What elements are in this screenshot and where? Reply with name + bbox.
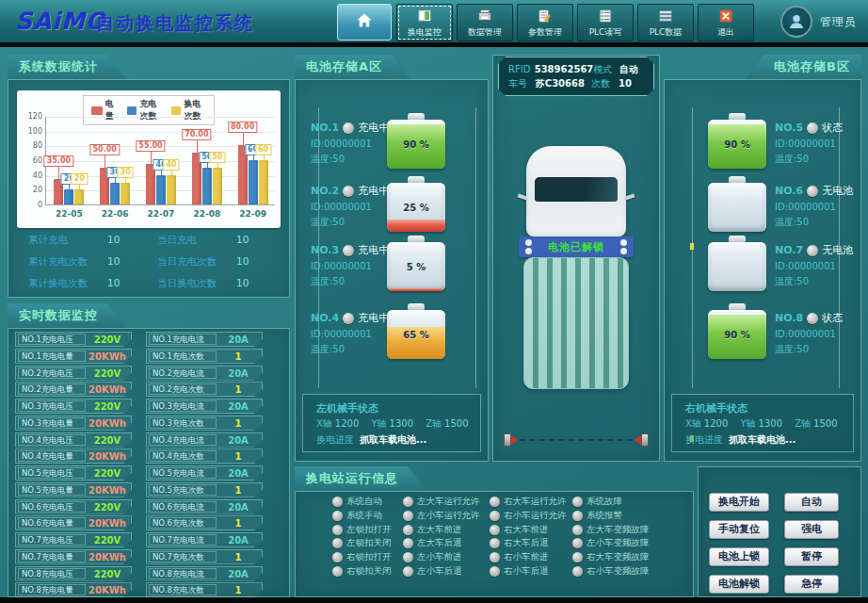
indicator-dot <box>403 538 413 548</box>
bar-label-leader <box>243 133 244 145</box>
param-manage-icon <box>537 7 554 25</box>
data-cell-value: 20KWh <box>88 552 127 562</box>
data-cell-value: 220V <box>88 468 127 479</box>
nav-plc-readwrite[interactable]: PLC读写 <box>577 4 634 41</box>
data-cell-label: NO.4充电电量 <box>18 450 86 462</box>
user-account[interactable]: 管理员 <box>780 6 857 38</box>
data-cell: NO.7充电电压220V <box>15 532 132 547</box>
indicator-dot <box>403 497 413 507</box>
battery-id: ID:00000001 <box>311 329 389 339</box>
data-cell: NO.4充电电压220V <box>15 432 132 448</box>
battery-info-line: NO.8状态 <box>775 311 843 325</box>
battery-status-label: 充电中 <box>358 243 389 257</box>
rfid-value: 538962567 <box>535 64 594 74</box>
battery-fill <box>387 288 445 291</box>
bar <box>202 168 212 204</box>
footer-bar <box>0 597 868 603</box>
battery-number: NO.1 <box>311 122 339 134</box>
battery-temperature: 温度:50 <box>775 216 853 229</box>
bar-label: 80.00 <box>228 122 257 133</box>
battery-icon: 90 % <box>387 113 445 169</box>
bar-label-leader <box>161 171 162 175</box>
indicator-label: 左大车前进 <box>417 524 462 536</box>
control-button[interactable]: 强电 <box>784 520 839 539</box>
data-cell-value: 20A <box>218 368 258 379</box>
battery-id: ID:00000001 <box>311 139 389 149</box>
data-cell: NO.2充电电流20A <box>146 366 263 381</box>
battery-info: NO.8状态ID:00000001温度:50 <box>775 311 843 356</box>
indicator-label: 右小车运行允许 <box>504 510 567 522</box>
battery-body: 90 % <box>387 120 445 169</box>
data-cell-label: NO.3充电电压 <box>18 400 86 412</box>
control-button[interactable]: 电池上锁 <box>709 547 769 566</box>
bar-label-leader <box>79 185 80 189</box>
indicator-dot <box>490 525 500 535</box>
legend-swatch <box>91 106 103 115</box>
nav-param-manage[interactable]: 参数管理 <box>517 4 573 41</box>
data-cell: NO.3充电次数1 <box>146 416 263 431</box>
banner-dot <box>525 239 532 246</box>
nav-plc-data[interactable]: PLC数据 <box>637 4 694 41</box>
indicator-label: 左大车后退 <box>417 537 462 549</box>
data-cell-value: 20KWh <box>88 485 127 496</box>
data-cell-label: NO.7充电电量 <box>18 551 86 562</box>
nav-data-manage[interactable]: 数据管理 <box>457 4 513 41</box>
data-cell: NO.7充电电流20A <box>146 532 263 547</box>
mode-value: 自动 <box>619 63 644 76</box>
bar-label-leader <box>125 178 126 183</box>
battery-icon: 90 % <box>708 113 766 169</box>
nav-swap-monitor[interactable]: 换电监控 <box>396 4 453 41</box>
control-button[interactable]: 换电开始 <box>709 493 769 512</box>
data-cell-label: NO.6充电电压 <box>18 501 86 513</box>
control-button[interactable]: 电池解锁 <box>709 575 769 594</box>
data-cell: NO.8充电电压220V <box>15 566 132 581</box>
battery-icon <box>708 236 766 291</box>
data-cell-value: 220V <box>88 368 127 379</box>
bar-label: 40 <box>163 159 179 171</box>
control-button[interactable]: 急停 <box>784 575 839 594</box>
battery-temperature: 温度:50 <box>775 343 843 356</box>
status-indicator: 右锁扣关闭 <box>332 565 392 578</box>
battery-status-dot <box>343 186 354 197</box>
battery-status-label: 充电中 <box>358 311 389 325</box>
data-cell-value: 20A <box>218 468 258 479</box>
bar-label-leader <box>207 163 208 168</box>
battery-status-label: 充电中 <box>358 121 389 135</box>
vehicle-mirror-left <box>518 194 528 201</box>
battery-percent: 90 % <box>708 139 766 150</box>
indicator-label: 系统手动 <box>346 510 382 522</box>
nav-exit[interactable]: 退出 <box>698 4 754 41</box>
data-cell-value: 20KWh <box>88 518 127 529</box>
control-button[interactable]: 手动复位 <box>709 520 769 539</box>
battery-percent: 5 % <box>387 262 445 272</box>
y-axis-tick: 40 <box>21 171 42 180</box>
status-indicator: 右小车前进 <box>490 551 549 563</box>
status-indicator: 系统报警 <box>572 510 622 522</box>
realtime-panel: 实时数据监控 NO.1充电电压220VNO.1充电电流20ANO.1充电电量20… <box>8 303 290 597</box>
data-cell-value: 20A <box>218 502 258 513</box>
summary-stat-value: 10 <box>107 234 120 247</box>
home-button[interactable] <box>337 4 392 41</box>
screen: SAiMO 自动换电监控系统 换电监控 数据管理 参数管理 <box>0 0 868 603</box>
battery-info-line: NO.5状态 <box>775 121 843 135</box>
status-indicator: 左大车变频故障 <box>572 524 650 536</box>
data-cell: NO.1充电电量20KWh <box>15 349 132 364</box>
battery-percent: 25 % <box>387 203 445 213</box>
control-button[interactable]: 自动 <box>784 493 839 512</box>
data-cell-label: NO.1充电电流 <box>149 334 217 345</box>
data-cell-label: NO.8充电电量 <box>18 584 86 595</box>
data-cell-label: NO.8充电电压 <box>18 568 86 579</box>
indicator-dot <box>332 552 343 562</box>
indicator-label: 左锁扣关闭 <box>346 537 392 549</box>
data-cell-label: NO.5充电电量 <box>18 484 86 496</box>
app-title: 自动换电监控系统 <box>96 11 254 36</box>
control-button[interactable]: 暂停 <box>784 547 839 566</box>
battery-status-label: 状态 <box>822 121 843 135</box>
data-cell-value: 20A <box>218 535 258 546</box>
data-cell-value: 220V <box>88 535 127 546</box>
indicator-label: 右大车运行允许 <box>504 496 567 508</box>
battery-info-line: NO.2充电中 <box>311 184 389 198</box>
count-label: 次数 <box>591 77 619 90</box>
summary-stat-label: 累计换电次数 <box>28 277 107 290</box>
bar <box>121 183 130 205</box>
